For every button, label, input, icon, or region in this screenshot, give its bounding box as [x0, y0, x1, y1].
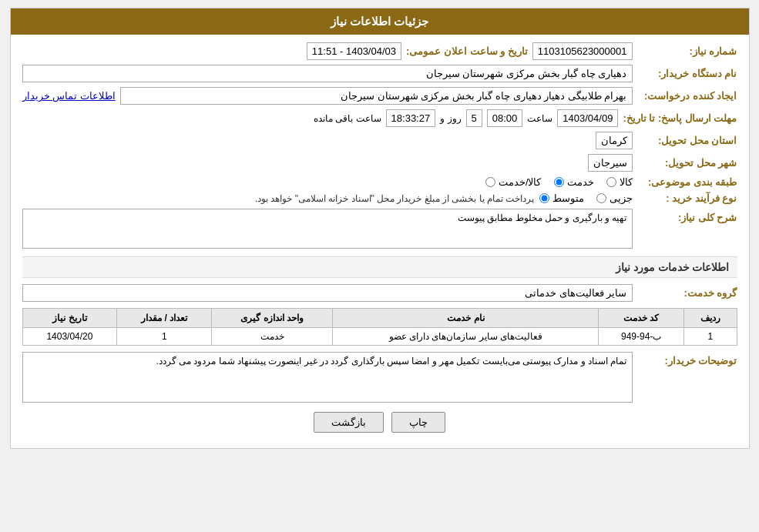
cell-tedad: 1	[117, 328, 212, 346]
col-radif: ردیف	[683, 309, 737, 328]
ostan-label: استان محل تحویل:	[637, 135, 737, 146]
row-mohlat: مهلت ارسال پاسخ: تا تاریخ: 1403/04/09 سا…	[22, 109, 737, 127]
tabaqe-kala-khidmat: کالا/خدمت	[485, 176, 542, 188]
table-header-row: ردیف کد خدمت نام خدمت واحد اندازه گیری ت…	[22, 309, 737, 328]
farayand-jozi-radio[interactable]	[596, 193, 606, 203]
row-sharh-koli: شرح کلی نیاز: تهیه و بارگیری و حمل مخلوط…	[22, 209, 737, 249]
shahr-label: شهر محل تحویل:	[637, 157, 737, 169]
services-table-section: ردیف کد خدمت نام خدمت واحد اندازه گیری ت…	[22, 308, 737, 346]
row-shahr: شهر محل تحویل: سیرجان	[22, 154, 737, 172]
sharh-koli-label: شرح کلی نیاز:	[637, 209, 737, 223]
namdastgah-value: دهیاری چاه گبار بخش مرکزی شهرستان سیرجان	[22, 65, 633, 82]
row-tosih-kharidar: توضیحات خریدار: تمام اسناد و مدارک پیوست…	[22, 352, 737, 403]
tabaqe-radio-group: کالا/خدمت خدمت کالا	[485, 176, 633, 188]
grohe-khadamat-label: گروه خدمت:	[637, 287, 737, 299]
cell-kod: ب-94-949	[599, 328, 684, 346]
mohlat-date: 1403/04/09	[557, 109, 618, 127]
col-kod: کد خدمت	[599, 309, 684, 328]
mohlat-roz-label: روز و	[440, 113, 461, 124]
tarikh-value: 1403/04/03 - 11:51	[307, 42, 401, 60]
mohlat-label: مهلت ارسال پاسخ: تا تاریخ:	[623, 112, 737, 124]
row-shomare-tarikh: شماره نیاز: 1103105623000001 تاریخ و ساع…	[22, 42, 737, 60]
noe-farayand-label: نوع فرآیند خرید :	[637, 192, 737, 204]
main-container: جزئیات اطلاعات نیاز شماره نیاز: 11031056…	[10, 8, 750, 449]
farayand-motovaset-label: متوسط	[552, 192, 584, 204]
shahr-value: سیرجان	[588, 154, 633, 172]
farayand-motovaset: متوسط	[539, 192, 584, 204]
khadamat-section-title: اطلاعات خدمات مورد نیاز	[22, 256, 737, 278]
cell-radif: 1	[683, 328, 737, 346]
farayand-motovaset-radio[interactable]	[539, 193, 549, 203]
services-table: ردیف کد خدمت نام خدمت واحد اندازه گیری ت…	[22, 308, 737, 346]
page-title: جزئیات اطلاعات نیاز	[331, 15, 428, 28]
etelaat-link[interactable]: اطلاعات تماس خریدار	[22, 90, 116, 102]
cell-tarikh: 1403/04/20	[22, 328, 117, 346]
mohlat-saat-label: ساعت	[527, 113, 552, 124]
mohlat-baqi-label: ساعت باقی مانده	[314, 113, 381, 124]
page-header: جزئیات اطلاعات نیاز	[11, 8, 749, 35]
shomare-niaz-label: شماره نیاز:	[637, 45, 737, 57]
buttons-row: چاپ بازگشت	[22, 412, 737, 440]
print-button[interactable]: چاپ	[391, 412, 445, 433]
sharh-koli-textarea[interactable]: تهیه و بارگیری و حمل مخلوط مطابق پیوست	[22, 209, 633, 249]
tarikh-label: تاریخ و ساعت اعلان عمومی:	[406, 45, 528, 57]
col-nam: نام خدمت	[333, 309, 599, 328]
tabaqe-kala: کالا	[606, 176, 633, 188]
tabaqe-kala-khidmat-label: کالا/خدمت	[499, 176, 542, 188]
mohlat-saat: 08:00	[487, 109, 523, 127]
tabaqe-khidmat-label: خدمت	[567, 176, 594, 188]
ijad-label: ایجاد کننده درخواست:	[637, 90, 737, 102]
tabaqe-kala-radio[interactable]	[606, 177, 616, 187]
col-tedad: تعداد / مقدار	[117, 309, 212, 328]
tosih-kharidar-label: توضیحات خریدار:	[637, 352, 737, 366]
ostan-value: کرمان	[596, 132, 633, 149]
namdastgah-label: نام دستگاه خریدار:	[637, 68, 737, 79]
cell-nam: فعالیت‌های سایر سازمان‌های دارای عضو	[333, 328, 599, 346]
ijad-value: بهرام طلابیگی دهیار دهیاری چاه گبار بخش …	[120, 87, 633, 105]
row-ostan: استان محل تحویل: کرمان	[22, 132, 737, 149]
farayand-jozi-label: جزیی	[610, 192, 633, 204]
noe-farayand-radio-group: متوسط جزیی	[539, 192, 633, 204]
table-row: 1ب-94-949فعالیت‌های سایر سازمان‌های دارا…	[22, 328, 737, 346]
table-body: 1ب-94-949فعالیت‌های سایر سازمان‌های دارا…	[22, 328, 737, 346]
row-grohe-khadamat: گروه خدمت: سایر فعالیت‌های خدماتی	[22, 284, 737, 302]
tabaqe-label: طبقه بندی موضوعی:	[637, 176, 737, 188]
mohlat-baqi: 18:33:27	[386, 109, 436, 127]
tabaqe-kala-label: کالا	[620, 176, 633, 188]
grohe-khadamat-value: سایر فعالیت‌های خدماتی	[22, 284, 633, 302]
tabaqe-kala-khidmat-radio[interactable]	[485, 177, 495, 187]
row-namdastgah: نام دستگاه خریدار: دهیاری چاه گبار بخش م…	[22, 65, 737, 82]
cell-vahed: خدمت	[212, 328, 333, 346]
farayand-note: پرداخت تمام یا بخشی از مبلغ خریدار محل "…	[255, 193, 535, 204]
tosih-kharidar-textarea[interactable]: تمام اسناد و مدارک پیوستی می‌بایست تکمیل…	[22, 352, 633, 403]
row-ijad: ایجاد کننده درخواست: بهرام طلابیگی دهیار…	[22, 87, 737, 105]
col-tarikh: تاریخ نیاز	[22, 309, 117, 328]
shomare-niaz-value: 1103105623000001	[532, 42, 633, 60]
col-vahed: واحد اندازه گیری	[212, 309, 333, 328]
tabaqe-khidmat: خدمت	[554, 176, 594, 188]
row-noe-farayand: نوع فرآیند خرید : متوسط جزیی پرداخت تمام…	[22, 192, 737, 204]
farayand-jozi: جزیی	[596, 192, 633, 204]
row-tabaqe: طبقه بندی موضوعی: کالا/خدمت خدمت کالا	[22, 176, 737, 188]
mohlat-roz: 5	[466, 109, 482, 127]
back-button[interactable]: بازگشت	[314, 412, 384, 433]
tabaqe-khidmat-radio[interactable]	[554, 177, 564, 187]
